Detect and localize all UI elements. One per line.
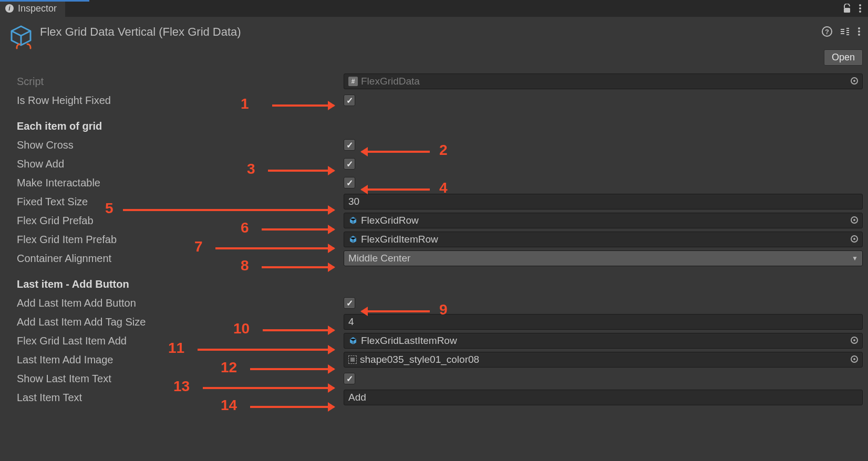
flex-grid-prefab-value: FlexGridRow: [361, 215, 419, 226]
label-make-interactable: Make Interactable: [17, 177, 339, 189]
svg-point-7: [858, 30, 860, 33]
label-show-cross: Show Cross: [17, 139, 339, 151]
label-last-item-text: Last Item Text: [17, 392, 339, 404]
kebab-icon[interactable]: [859, 4, 862, 13]
label-container-alignment: Container Alignment: [17, 253, 339, 265]
row-last-item-add-image: Last Item Add Image shape035_style01_col…: [17, 350, 863, 369]
checkbox-add-last-item-add-button[interactable]: [344, 297, 355, 309]
lock-icon[interactable]: [843, 4, 851, 13]
row-show-last-item-text: Show Last Item Text: [17, 369, 863, 388]
row-container-alignment: Container Alignment Middle Center ▼: [17, 249, 863, 268]
row-flex-grid-prefab: Flex Grid Prefab FlexGridRow: [17, 211, 863, 230]
properties-panel: Script # FlexGridData Is Row Height Fixe…: [0, 70, 868, 417]
chevron-down-icon: ▼: [852, 255, 858, 262]
row-fixed-text-size: Fixed Text Size: [17, 192, 863, 211]
prefab-icon: [348, 216, 358, 225]
row-add-last-item-add-tag-size: Add Last Item Add Tag Size: [17, 312, 863, 331]
svg-rect-0: [844, 8, 850, 13]
help-icon[interactable]: ?: [822, 26, 832, 39]
label-show-add: Show Add: [17, 158, 339, 170]
field-last-item-text[interactable]: [344, 390, 863, 405]
sprite-icon: [348, 355, 357, 364]
row-show-add: Show Add: [17, 154, 863, 173]
field-last-item-add-image[interactable]: shape035_style01_color08: [344, 352, 863, 368]
tab-bar: i Inspector: [0, 0, 868, 18]
field-script[interactable]: # FlexGridData: [344, 74, 863, 89]
field-flex-grid-item-prefab[interactable]: FlexGridItemRow: [344, 232, 863, 247]
label-last-item-add-image: Last Item Add Image: [17, 354, 339, 366]
row-script: Script # FlexGridData: [17, 72, 863, 91]
label-flex-grid-last-item-add: Flex Grid Last Item Add: [17, 335, 339, 347]
svg-point-1: [859, 4, 861, 6]
checkbox-is-row-height-fixed[interactable]: [344, 95, 355, 106]
label-show-last-item-text: Show Last Item Text: [17, 373, 339, 385]
row-make-interactable: Make Interactable: [17, 173, 863, 192]
svg-point-8: [858, 34, 860, 36]
checkbox-show-last-item-text[interactable]: [344, 373, 355, 384]
label-flex-grid-item-prefab: Flex Grid Item Prefab: [17, 234, 339, 246]
row-flex-grid-item-prefab: Flex Grid Item Prefab FlexGridItemRow: [17, 230, 863, 249]
checkbox-make-interactable[interactable]: [344, 177, 355, 188]
label-script: Script: [17, 76, 339, 88]
input-last-item-text[interactable]: [348, 392, 858, 403]
flex-grid-item-prefab-value: FlexGridItemRow: [361, 234, 438, 245]
field-add-last-item-add-tag-size[interactable]: [344, 314, 863, 330]
svg-point-6: [858, 27, 860, 29]
kebab-icon[interactable]: [857, 27, 861, 39]
tab-inspector[interactable]: i Inspector: [0, 0, 65, 17]
field-flex-grid-prefab[interactable]: FlexGridRow: [344, 213, 863, 228]
open-button[interactable]: Open: [824, 49, 863, 66]
container-alignment-value: Middle Center: [348, 253, 410, 264]
component-header: Flex Grid Data Vertical (Flex Grid Data)…: [0, 18, 868, 49]
object-picker-icon[interactable]: [851, 354, 858, 365]
field-flex-grid-last-item-add[interactable]: FlexGridLastItemRow: [344, 333, 863, 349]
svg-point-2: [859, 7, 861, 9]
svg-text:?: ?: [825, 28, 829, 36]
component-title: Flex Grid Data Vertical (Flex Grid Data): [40, 24, 241, 39]
prefab-icon: [348, 235, 358, 244]
label-fixed-text-size: Fixed Text Size: [17, 196, 339, 208]
object-picker-icon[interactable]: [851, 234, 858, 245]
row-show-cross: Show Cross: [17, 135, 863, 154]
input-fixed-text-size[interactable]: [348, 196, 858, 207]
preset-icon[interactable]: [840, 27, 850, 39]
object-picker-icon[interactable]: [851, 335, 858, 347]
row-is-row-height-fixed: Is Row Height Fixed: [17, 91, 863, 110]
row-flex-grid-last-item-add: Flex Grid Last Item Add FlexGridLastItem…: [17, 331, 863, 350]
info-icon: i: [5, 4, 14, 13]
csharp-script-icon: #: [348, 77, 358, 86]
dropdown-container-alignment[interactable]: Middle Center ▼: [344, 250, 863, 266]
label-is-row-height-fixed: Is Row Height Fixed: [17, 95, 339, 107]
prefab-icon: [348, 336, 358, 345]
label-add-last-item-add-tag-size: Add Last Item Add Tag Size: [17, 316, 339, 328]
checkbox-show-add[interactable]: [344, 158, 355, 170]
svg-point-3: [859, 11, 861, 13]
field-fixed-text-size[interactable]: [344, 194, 863, 209]
section-each-item: Each item of grid: [17, 110, 863, 135]
label-add-last-item-add-button: Add Last Item Add Button: [17, 297, 339, 309]
section-last-item: Last item - Add Button: [17, 268, 863, 294]
script-value: FlexGridData: [361, 76, 420, 87]
last-item-add-image-value: shape035_style01_color08: [360, 354, 479, 365]
object-picker-icon[interactable]: [851, 215, 858, 226]
label-flex-grid-prefab: Flex Grid Prefab: [17, 215, 339, 227]
scriptable-object-icon: [9, 24, 32, 46]
row-last-item-text: Last Item Text: [17, 388, 863, 407]
row-add-last-item-add-button: Add Last Item Add Button: [17, 294, 863, 312]
input-add-last-item-add-tag-size[interactable]: [348, 316, 858, 328]
object-picker-icon[interactable]: [851, 76, 858, 87]
flex-grid-last-item-add-value: FlexGridLastItemRow: [361, 335, 457, 347]
checkbox-show-cross[interactable]: [344, 139, 355, 151]
tab-label: Inspector: [18, 3, 57, 14]
